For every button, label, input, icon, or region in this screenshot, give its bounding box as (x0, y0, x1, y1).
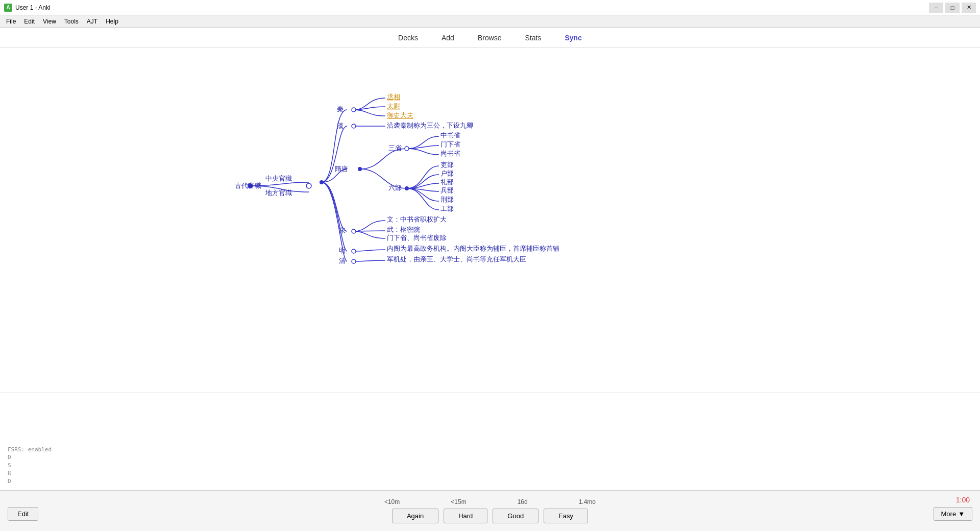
label-song-wen: 文：中书省职权扩大 (387, 215, 447, 223)
node-branch (306, 183, 311, 188)
label-song: 宋 (339, 227, 346, 234)
close-button[interactable]: ✕ (962, 3, 976, 13)
time-row: <10m <15m 16d 1.4mo (384, 498, 596, 505)
node-qing (352, 259, 356, 263)
hard-button[interactable]: Hard (444, 509, 487, 523)
label-menxia: 门下省 (440, 140, 460, 148)
menu-edit[interactable]: Edit (20, 17, 39, 26)
label-local: 地方官職 (265, 189, 292, 197)
node-qin (352, 108, 356, 112)
app-icon: A (4, 4, 12, 12)
main-content: 古代官職 中央官職 地方官職 秦 漢 隋唐 宋 明 清 三省 六部 丞相 太尉 … (0, 48, 980, 490)
timer: 1:00 (956, 496, 970, 504)
label-sansheng: 三省 (388, 144, 402, 152)
label-han: 漢 (337, 122, 344, 130)
window-title: User 1 - Anki (15, 4, 929, 11)
status-d: D (8, 453, 52, 461)
label-qing: 清 (339, 257, 346, 264)
node-central (320, 180, 324, 184)
tab-stats[interactable]: Stats (521, 32, 546, 44)
nav-tabs: Decks Add Browse Stats Sync (0, 28, 980, 48)
label-ming-neige: 内阁为最高政务机构。内阁大臣称为辅臣，首席辅臣称首辅 (387, 245, 559, 252)
label-libu2: 礼部 (440, 178, 454, 186)
node-song (352, 229, 356, 233)
again-button[interactable]: Again (392, 509, 438, 523)
time-again: <10m (384, 498, 400, 505)
tab-browse[interactable]: Browse (474, 32, 506, 44)
label-yushidafu: 御史大夫 (387, 111, 413, 119)
mindmap-svg: 古代官職 中央官職 地方官職 秦 漢 隋唐 宋 明 清 三省 六部 丞相 太尉 … (0, 48, 980, 487)
status-r: R (8, 469, 52, 477)
label-gongbu: 工部 (440, 205, 454, 212)
tab-decks[interactable]: Decks (394, 32, 422, 44)
status-fsrs: FSRS: enabled (8, 446, 52, 453)
label-liubu: 六部 (388, 184, 402, 191)
label-bingbu: 兵部 (440, 186, 454, 194)
node-suitang (358, 167, 362, 171)
time-easy: 1.4mo (579, 498, 596, 505)
node-han (352, 124, 356, 128)
label-taiwei: 太尉 (387, 102, 400, 110)
label-xingbu: 刑部 (440, 196, 454, 203)
label-suitang: 隋唐 (335, 165, 348, 173)
window-controls: − □ ✕ (929, 3, 976, 13)
more-button[interactable]: More ▼ (934, 507, 973, 521)
mindmap-container: 古代官職 中央官職 地方官職 秦 漢 隋唐 宋 明 清 三省 六部 丞相 太尉 … (0, 48, 980, 490)
time-hard: <15m (451, 498, 466, 505)
bottom-bar: 1:00 <10m <15m 16d 1.4mo Again Hard Good… (0, 490, 980, 531)
status-area: FSRS: enabled D S R D (8, 446, 52, 485)
minimize-button[interactable]: − (929, 3, 943, 13)
label-hubu: 户部 (440, 170, 454, 177)
status-s: S (8, 462, 52, 469)
menu-tools[interactable]: Tools (60, 17, 83, 26)
label-qing-junjiche: 军机处，由亲王、大学士、尚书等充任军机大臣 (387, 255, 526, 263)
label-han-desc: 沿袭秦制称为三公，下设九卿 (387, 122, 473, 129)
label-shangshu: 尚书省 (440, 150, 460, 157)
status-d2: D (8, 477, 52, 485)
node-sansheng (405, 147, 409, 151)
more-arrow-icon: ▼ (958, 510, 965, 518)
label-chengxiang: 丞相 (387, 93, 400, 101)
title-bar: A User 1 - Anki − □ ✕ (0, 0, 980, 15)
content-divider (0, 393, 980, 393)
label-ming: 明 (339, 247, 346, 254)
maximize-button[interactable]: □ (945, 3, 960, 13)
menu-help[interactable]: Help (102, 17, 122, 26)
label-central: 中央官職 (265, 175, 292, 182)
menu-ajt[interactable]: AJT (83, 17, 102, 26)
node-ming (352, 249, 356, 253)
label-root: 古代官職 (235, 182, 261, 189)
edit-button[interactable]: Edit (8, 507, 38, 521)
more-label: More (941, 510, 957, 518)
easy-button[interactable]: Easy (544, 509, 588, 523)
menu-bar: File Edit View Tools AJT Help (0, 15, 980, 28)
tab-add[interactable]: Add (437, 32, 458, 44)
node-liubu (405, 186, 409, 190)
label-song-wu: 武：枢密院 (387, 226, 420, 233)
time-good: 16d (518, 498, 528, 505)
label-libu: 吏部 (440, 161, 454, 168)
menu-view[interactable]: View (39, 17, 60, 26)
label-zhongshu: 中书省 (440, 131, 460, 139)
tab-sync[interactable]: Sync (560, 32, 585, 44)
good-button[interactable]: Good (493, 509, 538, 523)
answer-row: Again Hard Good Easy (392, 509, 588, 523)
label-qin: 秦 (337, 105, 344, 113)
label-song-fei: 门下省、尚书省废除 (387, 234, 447, 242)
menu-file[interactable]: File (2, 17, 20, 26)
